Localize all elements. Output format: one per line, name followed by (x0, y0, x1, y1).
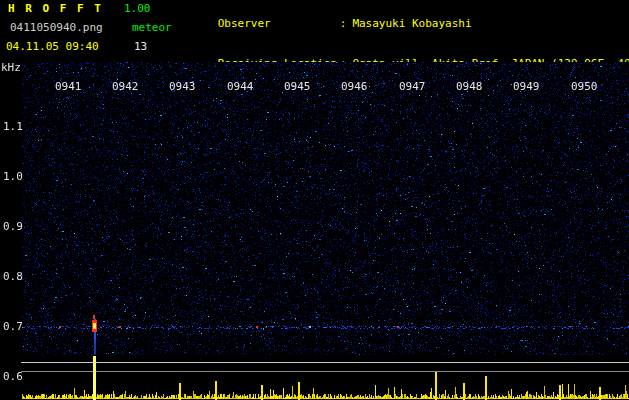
app-title: H R O F F T (8, 3, 103, 15)
y-tick-label: 0.8 (3, 271, 23, 282)
app-version: 1.00 (124, 3, 151, 15)
hrofft-window: H R O F F T 1.00 0411050940.png meteor 0… (0, 0, 629, 400)
mode-label: meteor (132, 22, 172, 34)
x-tick-label: 0950 (571, 81, 597, 92)
meteor-count: 13 (134, 41, 147, 53)
x-tick-label: 0943 (169, 81, 195, 92)
spectrogram-canvas (0, 62, 629, 400)
x-tick-label: 0945 (284, 81, 310, 92)
y-tick-label: 0.9 (3, 221, 23, 232)
x-tick-label: 0944 (227, 81, 253, 92)
datetime-label: 04.11.05 09:40 (6, 41, 99, 53)
y-tick-label: 0.6 (3, 371, 23, 382)
info-label: Observer (218, 17, 340, 31)
x-tick-label: 0946 (341, 81, 367, 92)
x-tick-label: 0941 (55, 81, 81, 92)
y-tick-label: 1.0 (3, 171, 23, 182)
y-axis-unit: kHz (1, 62, 21, 73)
x-tick-label: 0947 (399, 81, 425, 92)
x-tick-label: 0948 (456, 81, 482, 92)
info-row-observer: Observer:Masayuki Kobayashi (178, 3, 629, 44)
x-tick-label: 0949 (513, 81, 539, 92)
y-tick-label: 1.1 (3, 121, 23, 132)
colon: : (340, 17, 347, 30)
output-filename: 0411050940.png (10, 22, 103, 34)
info-value: Masayuki Kobayashi (352, 17, 471, 30)
x-tick-label: 0942 (112, 81, 138, 92)
y-tick-label: 0.7 (3, 321, 23, 332)
